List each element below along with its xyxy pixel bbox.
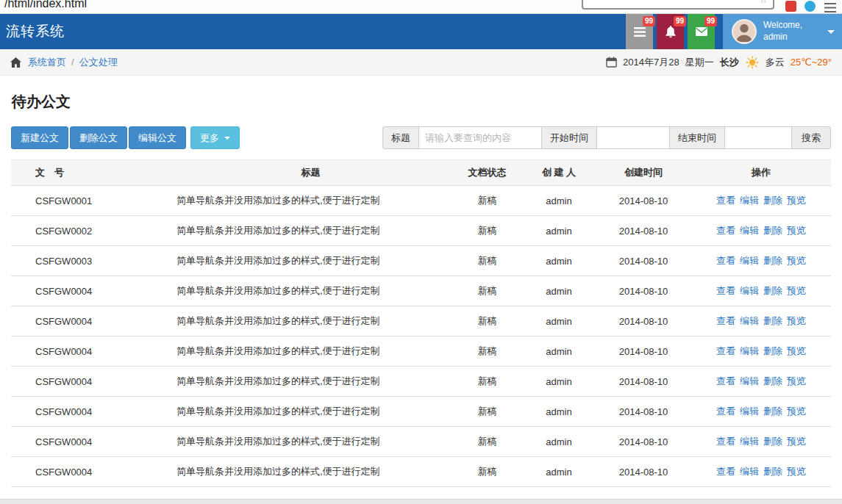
breadcrumb-item[interactable]: 系统首页 [28, 56, 66, 69]
top-navbar: 流转系统 999999 Welcome, admin [0, 14, 842, 49]
preview-link[interactable]: 预览 [787, 315, 806, 326]
view-link[interactable]: 查看 [716, 255, 735, 266]
creator-cell: admin [522, 246, 596, 276]
end-time-input[interactable] [724, 126, 792, 149]
table-row: CSFGW0002简单导航条并没用添加过多的样式,便于进行定制新稿admin20… [11, 216, 831, 246]
preview-link[interactable]: 预览 [787, 225, 806, 236]
preview-link[interactable]: 预览 [787, 195, 806, 206]
delete-link[interactable]: 删除 [763, 436, 782, 447]
title-search-input[interactable] [418, 126, 542, 149]
created-time-cell: 2014-08-10 [596, 246, 691, 276]
view-link[interactable]: 查看 [716, 315, 735, 326]
doc-no-cell: CSFGW0004 [11, 367, 169, 397]
delete-document-button[interactable]: 删除公文 [70, 126, 127, 149]
status-cell: 新稿 [452, 246, 522, 276]
delete-link[interactable]: 删除 [763, 345, 782, 356]
home-icon[interactable] [10, 57, 21, 68]
breadcrumb-item[interactable]: 公文处理 [79, 56, 118, 69]
creator-cell: admin [522, 367, 596, 397]
edit-link[interactable]: 编辑 [740, 436, 759, 447]
welcome-text: Welcome, admin [763, 20, 802, 43]
actions-cell: 查看编辑删除预览 [691, 457, 831, 487]
more-button[interactable]: 更多 [190, 126, 240, 149]
edit-link[interactable]: 编辑 [740, 406, 759, 417]
browser-bar: /html/index.html ☆ [0, 0, 842, 14]
list-icon [634, 27, 646, 37]
created-time-cell: 2014-08-10 [596, 276, 691, 306]
delete-link[interactable]: 删除 [763, 375, 782, 386]
browser-search-input[interactable]: ☆ [582, 0, 774, 10]
preview-link[interactable]: 预览 [787, 406, 806, 417]
search-group: 标题 开始时间 结束时间 搜索 [382, 126, 831, 149]
new-document-button[interactable]: 新建公文 [11, 126, 68, 149]
table-row: CSFGW0004简单导航条并没用添加过多的样式,便于进行定制新稿admin20… [11, 306, 831, 336]
preview-link[interactable]: 预览 [787, 345, 806, 356]
caret-down-icon [224, 137, 230, 140]
view-link[interactable]: 查看 [716, 436, 735, 447]
list-notification-button[interactable]: 99 [626, 14, 653, 49]
edit-link[interactable]: 编辑 [740, 225, 759, 236]
browser-tab-title: /html/index.html [4, 0, 87, 10]
title-cell: 简单导航条并没用添加过多的样式,便于进行定制 [169, 367, 452, 397]
title-cell: 简单导航条并没用添加过多的样式,便于进行定制 [169, 186, 452, 216]
browser-extension-icon-red[interactable] [785, 1, 796, 12]
title-cell: 简单导航条并没用添加过多的样式,便于进行定制 [169, 336, 452, 367]
edit-link[interactable]: 编辑 [740, 195, 759, 206]
view-link[interactable]: 查看 [716, 375, 735, 386]
delete-link[interactable]: 删除 [763, 195, 782, 206]
delete-link[interactable]: 删除 [763, 255, 782, 266]
doc-no-cell: CSFGW0004 [11, 336, 169, 367]
edit-link[interactable]: 编辑 [740, 345, 759, 356]
delete-link[interactable]: 删除 [763, 315, 782, 326]
delete-link[interactable]: 删除 [763, 466, 782, 477]
preview-link[interactable]: 预览 [787, 466, 806, 477]
view-link[interactable]: 查看 [716, 466, 735, 477]
search-button[interactable]: 搜索 [791, 126, 831, 149]
creator-cell: admin [522, 276, 596, 306]
actions-cell: 查看编辑删除预览 [691, 367, 831, 397]
view-link[interactable]: 查看 [716, 345, 735, 356]
preview-link[interactable]: 预览 [787, 436, 806, 447]
preview-link[interactable]: 预览 [787, 285, 806, 296]
breadcrumb-bar: 系统首页/公文处理 2014年7月28 星期一 长沙 多云 25℃~29° [0, 49, 842, 76]
preview-link[interactable]: 预览 [787, 375, 806, 386]
weather-text: 多云 [766, 56, 785, 69]
delete-link[interactable]: 删除 [763, 406, 782, 417]
title-cell: 简单导航条并没用添加过多的样式,便于进行定制 [169, 427, 452, 457]
table-row: CSFGW0004简单导航条并没用添加过多的样式,便于进行定制新稿admin20… [11, 336, 831, 367]
start-time-input[interactable] [596, 126, 670, 149]
user-menu[interactable]: Welcome, admin [723, 14, 842, 49]
delete-link[interactable]: 删除 [763, 285, 782, 296]
column-header: 创建时间 [596, 160, 691, 186]
bookmark-star-icon[interactable]: ☆ [759, 0, 768, 4]
bell-icon [666, 26, 676, 37]
actions-cell: 查看编辑删除预览 [691, 427, 831, 457]
edit-document-button[interactable]: 编辑公文 [129, 126, 186, 149]
edit-link[interactable]: 编辑 [740, 285, 759, 296]
creator-cell: admin [522, 457, 596, 487]
edit-link[interactable]: 编辑 [740, 315, 759, 326]
preview-link[interactable]: 预览 [787, 255, 806, 266]
actions-cell: 查看编辑删除预览 [691, 397, 831, 427]
bell-notification-button[interactable]: 99 [657, 14, 684, 49]
view-link[interactable]: 查看 [716, 285, 735, 296]
edit-link[interactable]: 编辑 [740, 255, 759, 266]
edit-link[interactable]: 编辑 [740, 375, 759, 386]
column-header: 文 号 [11, 160, 169, 186]
envelope-notification-button[interactable]: 99 [688, 14, 715, 49]
status-cell: 新稿 [452, 216, 522, 246]
creator-cell: admin [522, 186, 596, 216]
delete-link[interactable]: 删除 [763, 225, 782, 236]
actions-cell: 查看编辑删除预览 [691, 336, 831, 367]
browser-extension-icon-blue[interactable] [804, 1, 816, 12]
title-cell: 简单导航条并没用添加过多的样式,便于进行定制 [169, 246, 452, 276]
table-row: CSFGW0004简单导航条并没用添加过多的样式,便于进行定制新稿admin20… [11, 276, 831, 306]
edit-link[interactable]: 编辑 [740, 466, 759, 477]
created-time-cell: 2014-08-10 [596, 457, 691, 487]
view-link[interactable]: 查看 [716, 225, 735, 236]
view-link[interactable]: 查看 [716, 195, 735, 206]
column-header: 创 建 人 [522, 160, 596, 186]
bottom-strip [0, 499, 842, 504]
view-link[interactable]: 查看 [716, 406, 735, 417]
doc-no-cell: CSFGW0004 [11, 306, 169, 336]
